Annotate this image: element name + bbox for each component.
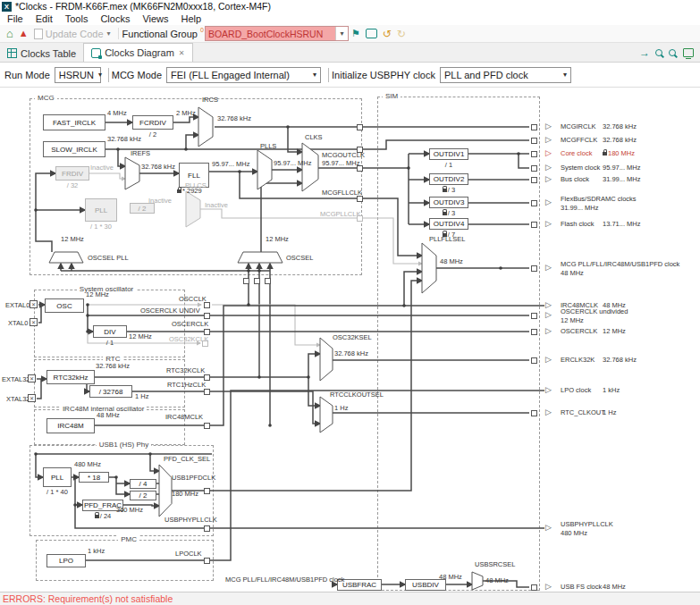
block-18-13[interactable]: * 18 [79,472,109,483]
connector-square[interactable] [254,278,260,284]
output-arrow-icon: ▷ [545,122,552,130]
connector-square[interactable] [204,389,210,395]
connector-square[interactable] [357,196,363,202]
output-connector-mcg-pll-fll-irc48m-usb1pfd-clock[interactable] [531,265,537,272]
mux-ircs[interactable] [198,107,213,147]
output-connector-bus-clock[interactable] [531,177,537,183]
output-label-usb-fs-clock[interactable]: USB FS clock [561,583,602,591]
mux-pllfllsel[interactable] [422,243,436,293]
connector-square[interactable] [204,423,210,429]
junction-dot [114,475,118,479]
block-frdiv-3[interactable]: FRDIV [55,166,89,181]
diagram-label-32-768-khz: 32.768 kHz [141,164,175,171]
connector-square[interactable] [204,488,210,494]
block-4-14[interactable]: / 4 [130,479,156,489]
connector-square[interactable] [243,278,249,284]
output-connector-flash-clock[interactable] [531,222,537,228]
connector-square[interactable] [204,558,210,564]
output-label-rtc-clkout[interactable]: RTC_CLKOUT [561,408,605,416]
output-label-flexbus-sdramc-clocks[interactable]: FlexBus/SDRAMC clocks [561,195,637,203]
junction-dot [257,269,261,273]
diagram-label-pllcs: PLLCS [185,182,207,189]
mux-pllcs[interactable] [186,191,200,227]
diagram-label-32-768-khz: 32.768 kHz [96,363,130,370]
output-label-bus-clock[interactable]: Bus clock [561,175,589,183]
output-label-mcg-pll-fll-irc48m-usb1pfd-clock[interactable]: MCG PLL/FLL/IRC48M/USB1PFD clock [561,260,679,268]
mux-rtcclkoutsel[interactable] [320,397,333,433]
output-value-flash-clock: 13.71... MHz [603,220,641,228]
output-connector-erclk32k[interactable] [531,357,537,364]
pin-xtal0[interactable]: ✕ [30,318,38,326]
output-connector-rtc-clkout[interactable] [531,410,537,416]
diagram-label-12-mhz: 12 MHz [61,236,84,243]
block-lpo-17[interactable]: LPO [46,554,86,567]
output-connector-mcgffclk[interactable] [531,138,537,144]
output-label-core-clock[interactable]: Core clock [561,149,592,157]
output-label-usbphypllclk[interactable]: USBPHYPLLCLK [561,520,613,528]
connector-square[interactable] [204,374,210,381]
connector-square[interactable] [357,165,363,172]
connector-square[interactable] [357,124,363,130]
error-message: ERRORS: Requirement(s) not satisfiable [3,593,173,604]
output-connector-core-clock[interactable] [531,151,537,157]
diagram-label-95-97-mhz: 95.97... MHz [274,160,312,167]
pin-extal0[interactable]: ✕ [30,300,38,308]
block-outdiv4-21[interactable]: OUTDIV4 [429,218,468,230]
pin-label-xtal0: XTAL0 [8,319,28,327]
output-connector-flexbus-sdramc-clocks[interactable] [531,200,537,206]
connector-square[interactable] [357,215,363,222]
pin-extal32[interactable]: ✕ [28,374,36,382]
connector-square[interactable] [204,313,210,319]
block-osc-7[interactable]: OSC [45,298,84,313]
block-sub-div: / 1 [86,339,134,347]
junction-dot [86,330,89,333]
junction-dot [184,147,188,151]
mux-oscsel-pll[interactable] [49,252,83,263]
block-2-15[interactable]: / 2 [130,491,156,500]
block-div-8[interactable]: DIV [93,325,127,338]
block-slow-irclk-1[interactable]: SLOW_IRCLK [43,141,105,157]
diagram-label-usbsrcsel: USBSRCSEL [475,561,515,568]
mux-oscsel[interactable] [238,252,283,263]
output-label-lpo-clock[interactable]: LPO clock [561,386,591,394]
connector-square[interactable] [202,340,208,347]
block-fcrdiv-2[interactable]: FCRDIV [132,115,173,130]
output-value-mcgirclk: 32.768 kHz [603,122,637,130]
block-pll-12[interactable]: PLL [43,467,72,487]
output-label-oscerclk[interactable]: OSCERCLK [561,327,597,335]
diagram-label-1-hz: 1 Hz [135,393,148,400]
block-pll-5[interactable]: PLL [85,198,117,222]
output-label-flash-clock[interactable]: Flash clock [561,220,595,228]
block-rtc32khz-9[interactable]: RTC32kHz [46,370,95,384]
output-connector-mcgirclk[interactable] [531,124,537,130]
block-outdiv2-19[interactable]: OUTDIV2 [429,173,468,185]
mux-usbsrcsel[interactable] [472,572,483,590]
connector-square[interactable] [204,302,210,308]
diagram-label-plls: PLLS [260,143,276,150]
block-irc48m-11[interactable]: IRC48M [46,418,95,433]
connector-square[interactable] [265,278,271,284]
block-fast-irclk-0[interactable]: FAST_IRCLK [43,114,105,130]
block-32768-10[interactable]: / 32768 [89,385,132,398]
pin-xtal32[interactable]: ✕ [28,394,36,402]
clocks-tool-window: X *Clocks - FRDM-K66F.mex (MK66FN2M0xxx1… [0,0,700,605]
output-label-mcgffclk[interactable]: MCGFFCLK [561,136,597,144]
connector-square[interactable] [204,329,210,335]
output-label-oscerclk-undivided[interactable]: OSCERCLK undivided [561,307,628,315]
mux-pfd-clk-sel[interactable] [159,465,172,517]
output-connector-oscerclk[interactable] [531,329,537,335]
mux-irefs[interactable] [125,157,139,189]
output-connector-oscerclk-undivided[interactable] [531,313,537,319]
output-connector-usb-fs-clock[interactable] [531,584,537,591]
output-label-erclk32k[interactable]: ERCLK32K [561,356,595,364]
connector-square[interactable] [357,147,363,153]
pin-label-extal32: EXTAL32 [2,375,30,383]
output-label-system-clock[interactable]: System clock [561,164,600,172]
mux-osc32ksel[interactable] [320,338,333,381]
output-connector-system-clock[interactable] [531,165,537,172]
connector-square[interactable] [204,525,210,532]
output-arrow-icon: ▷ [545,356,552,364]
output-label-mcgirclk[interactable]: MCGIRCLK [561,122,596,130]
block-outdiv1-18[interactable]: OUTDIV1 [429,148,468,160]
block-outdiv3-20[interactable]: OUTDIV3 [429,197,468,208]
